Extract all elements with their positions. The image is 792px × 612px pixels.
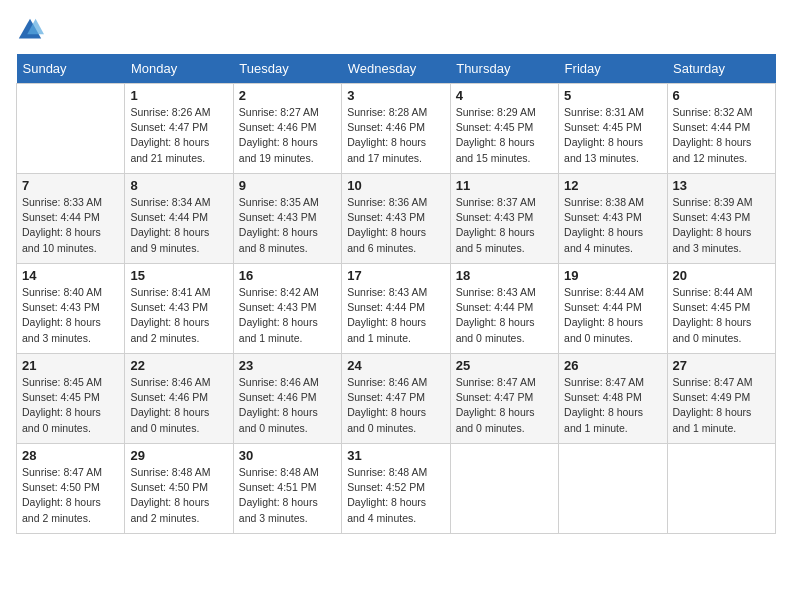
logo-icon (16, 16, 44, 44)
day-info: Sunrise: 8:46 AM Sunset: 4:46 PM Dayligh… (130, 375, 227, 436)
day-number: 28 (22, 448, 119, 463)
calendar-week: 14Sunrise: 8:40 AM Sunset: 4:43 PM Dayli… (17, 264, 776, 354)
calendar-cell: 7Sunrise: 8:33 AM Sunset: 4:44 PM Daylig… (17, 174, 125, 264)
day-info: Sunrise: 8:43 AM Sunset: 4:44 PM Dayligh… (456, 285, 553, 346)
calendar-cell: 25Sunrise: 8:47 AM Sunset: 4:47 PM Dayli… (450, 354, 558, 444)
calendar-week: 28Sunrise: 8:47 AM Sunset: 4:50 PM Dayli… (17, 444, 776, 534)
day-number: 27 (673, 358, 770, 373)
day-info: Sunrise: 8:37 AM Sunset: 4:43 PM Dayligh… (456, 195, 553, 256)
day-info: Sunrise: 8:47 AM Sunset: 4:48 PM Dayligh… (564, 375, 661, 436)
day-number: 21 (22, 358, 119, 373)
day-number: 7 (22, 178, 119, 193)
day-number: 22 (130, 358, 227, 373)
calendar-cell: 1Sunrise: 8:26 AM Sunset: 4:47 PM Daylig… (125, 84, 233, 174)
day-number: 10 (347, 178, 444, 193)
day-info: Sunrise: 8:44 AM Sunset: 4:44 PM Dayligh… (564, 285, 661, 346)
day-info: Sunrise: 8:26 AM Sunset: 4:47 PM Dayligh… (130, 105, 227, 166)
day-number: 15 (130, 268, 227, 283)
day-info: Sunrise: 8:38 AM Sunset: 4:43 PM Dayligh… (564, 195, 661, 256)
header-day: Saturday (667, 54, 775, 84)
day-info: Sunrise: 8:40 AM Sunset: 4:43 PM Dayligh… (22, 285, 119, 346)
day-number: 5 (564, 88, 661, 103)
calendar-header: SundayMondayTuesdayWednesdayThursdayFrid… (17, 54, 776, 84)
day-number: 1 (130, 88, 227, 103)
calendar-cell: 16Sunrise: 8:42 AM Sunset: 4:43 PM Dayli… (233, 264, 341, 354)
calendar-cell (667, 444, 775, 534)
day-info: Sunrise: 8:48 AM Sunset: 4:51 PM Dayligh… (239, 465, 336, 526)
calendar-table: SundayMondayTuesdayWednesdayThursdayFrid… (16, 54, 776, 534)
calendar-cell: 23Sunrise: 8:46 AM Sunset: 4:46 PM Dayli… (233, 354, 341, 444)
header-day: Tuesday (233, 54, 341, 84)
calendar-cell: 2Sunrise: 8:27 AM Sunset: 4:46 PM Daylig… (233, 84, 341, 174)
day-info: Sunrise: 8:29 AM Sunset: 4:45 PM Dayligh… (456, 105, 553, 166)
day-info: Sunrise: 8:36 AM Sunset: 4:43 PM Dayligh… (347, 195, 444, 256)
header-day: Thursday (450, 54, 558, 84)
calendar-cell: 22Sunrise: 8:46 AM Sunset: 4:46 PM Dayli… (125, 354, 233, 444)
day-info: Sunrise: 8:43 AM Sunset: 4:44 PM Dayligh… (347, 285, 444, 346)
day-info: Sunrise: 8:45 AM Sunset: 4:45 PM Dayligh… (22, 375, 119, 436)
calendar-cell: 12Sunrise: 8:38 AM Sunset: 4:43 PM Dayli… (559, 174, 667, 264)
calendar-cell: 27Sunrise: 8:47 AM Sunset: 4:49 PM Dayli… (667, 354, 775, 444)
day-number: 11 (456, 178, 553, 193)
day-number: 8 (130, 178, 227, 193)
day-info: Sunrise: 8:42 AM Sunset: 4:43 PM Dayligh… (239, 285, 336, 346)
day-info: Sunrise: 8:34 AM Sunset: 4:44 PM Dayligh… (130, 195, 227, 256)
calendar-cell: 20Sunrise: 8:44 AM Sunset: 4:45 PM Dayli… (667, 264, 775, 354)
day-number: 29 (130, 448, 227, 463)
day-number: 6 (673, 88, 770, 103)
calendar-cell: 13Sunrise: 8:39 AM Sunset: 4:43 PM Dayli… (667, 174, 775, 264)
day-number: 20 (673, 268, 770, 283)
calendar-cell (17, 84, 125, 174)
calendar-cell: 4Sunrise: 8:29 AM Sunset: 4:45 PM Daylig… (450, 84, 558, 174)
logo (16, 16, 48, 44)
calendar-cell: 26Sunrise: 8:47 AM Sunset: 4:48 PM Dayli… (559, 354, 667, 444)
day-number: 23 (239, 358, 336, 373)
day-info: Sunrise: 8:46 AM Sunset: 4:46 PM Dayligh… (239, 375, 336, 436)
day-number: 26 (564, 358, 661, 373)
day-info: Sunrise: 8:31 AM Sunset: 4:45 PM Dayligh… (564, 105, 661, 166)
calendar-body: 1Sunrise: 8:26 AM Sunset: 4:47 PM Daylig… (17, 84, 776, 534)
calendar-cell: 29Sunrise: 8:48 AM Sunset: 4:50 PM Dayli… (125, 444, 233, 534)
day-number: 2 (239, 88, 336, 103)
day-number: 18 (456, 268, 553, 283)
day-info: Sunrise: 8:47 AM Sunset: 4:50 PM Dayligh… (22, 465, 119, 526)
calendar-cell: 28Sunrise: 8:47 AM Sunset: 4:50 PM Dayli… (17, 444, 125, 534)
day-number: 19 (564, 268, 661, 283)
day-info: Sunrise: 8:41 AM Sunset: 4:43 PM Dayligh… (130, 285, 227, 346)
header-day: Monday (125, 54, 233, 84)
day-info: Sunrise: 8:46 AM Sunset: 4:47 PM Dayligh… (347, 375, 444, 436)
day-number: 9 (239, 178, 336, 193)
calendar-week: 7Sunrise: 8:33 AM Sunset: 4:44 PM Daylig… (17, 174, 776, 264)
calendar-cell: 21Sunrise: 8:45 AM Sunset: 4:45 PM Dayli… (17, 354, 125, 444)
day-info: Sunrise: 8:48 AM Sunset: 4:52 PM Dayligh… (347, 465, 444, 526)
header-day: Friday (559, 54, 667, 84)
calendar-cell: 14Sunrise: 8:40 AM Sunset: 4:43 PM Dayli… (17, 264, 125, 354)
calendar-cell: 5Sunrise: 8:31 AM Sunset: 4:45 PM Daylig… (559, 84, 667, 174)
day-info: Sunrise: 8:39 AM Sunset: 4:43 PM Dayligh… (673, 195, 770, 256)
day-info: Sunrise: 8:27 AM Sunset: 4:46 PM Dayligh… (239, 105, 336, 166)
day-number: 13 (673, 178, 770, 193)
calendar-week: 1Sunrise: 8:26 AM Sunset: 4:47 PM Daylig… (17, 84, 776, 174)
day-info: Sunrise: 8:32 AM Sunset: 4:44 PM Dayligh… (673, 105, 770, 166)
day-info: Sunrise: 8:47 AM Sunset: 4:49 PM Dayligh… (673, 375, 770, 436)
day-number: 14 (22, 268, 119, 283)
calendar-cell: 11Sunrise: 8:37 AM Sunset: 4:43 PM Dayli… (450, 174, 558, 264)
calendar-cell: 18Sunrise: 8:43 AM Sunset: 4:44 PM Dayli… (450, 264, 558, 354)
day-number: 31 (347, 448, 444, 463)
header-day: Sunday (17, 54, 125, 84)
day-info: Sunrise: 8:33 AM Sunset: 4:44 PM Dayligh… (22, 195, 119, 256)
calendar-cell (559, 444, 667, 534)
day-number: 12 (564, 178, 661, 193)
day-number: 16 (239, 268, 336, 283)
day-number: 30 (239, 448, 336, 463)
day-number: 25 (456, 358, 553, 373)
day-number: 24 (347, 358, 444, 373)
day-info: Sunrise: 8:35 AM Sunset: 4:43 PM Dayligh… (239, 195, 336, 256)
calendar-cell: 10Sunrise: 8:36 AM Sunset: 4:43 PM Dayli… (342, 174, 450, 264)
calendar-cell: 6Sunrise: 8:32 AM Sunset: 4:44 PM Daylig… (667, 84, 775, 174)
calendar-cell: 30Sunrise: 8:48 AM Sunset: 4:51 PM Dayli… (233, 444, 341, 534)
header-row: SundayMondayTuesdayWednesdayThursdayFrid… (17, 54, 776, 84)
day-number: 17 (347, 268, 444, 283)
day-info: Sunrise: 8:47 AM Sunset: 4:47 PM Dayligh… (456, 375, 553, 436)
calendar-cell: 24Sunrise: 8:46 AM Sunset: 4:47 PM Dayli… (342, 354, 450, 444)
